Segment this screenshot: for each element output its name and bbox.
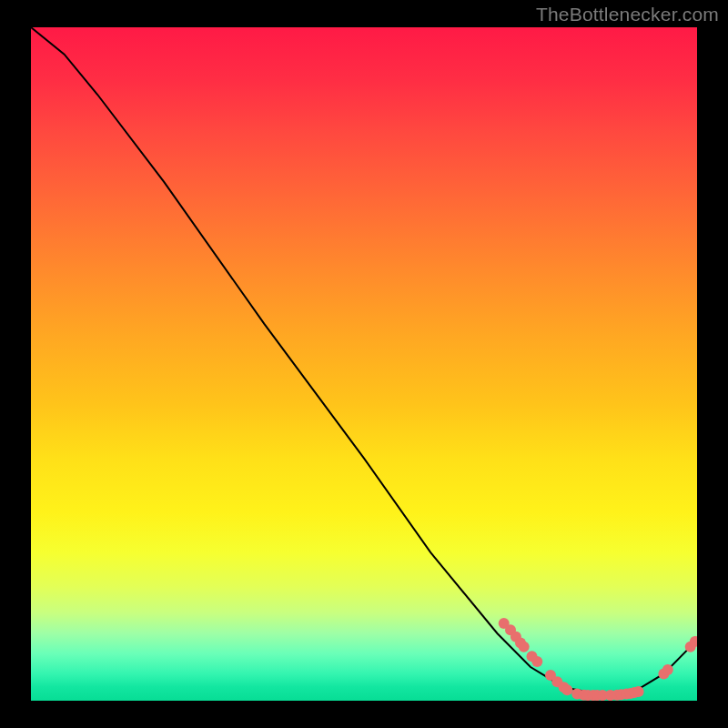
data-marker xyxy=(633,686,644,697)
data-marker xyxy=(531,656,542,667)
data-markers xyxy=(499,618,697,701)
bottleneck-curve xyxy=(31,27,697,694)
plot-area xyxy=(31,27,697,701)
chart-overlay xyxy=(31,27,697,701)
chart-frame: TheBottlenecker.com xyxy=(0,0,728,728)
data-marker xyxy=(519,642,530,652)
watermark-text: TheBottlenecker.com xyxy=(536,4,719,25)
data-marker xyxy=(561,684,572,695)
data-marker xyxy=(662,664,673,675)
